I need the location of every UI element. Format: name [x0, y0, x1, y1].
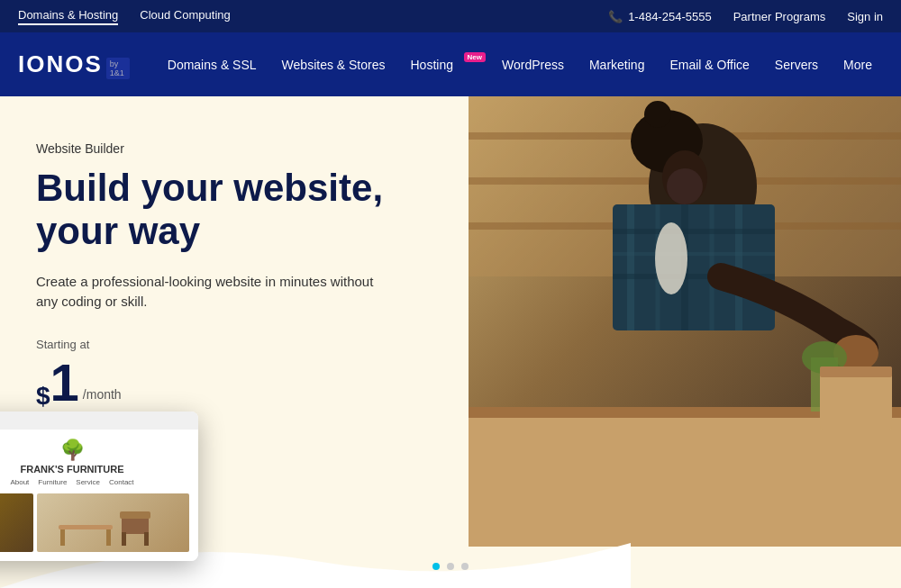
svg-rect-33	[106, 529, 111, 546]
top-nav-domains[interactable]: Domains & Hosting	[18, 8, 118, 25]
nav-hosting[interactable]: Hosting New	[400, 50, 487, 79]
mockup-images	[0, 493, 189, 552]
hero-starting-at: Starting at	[36, 338, 487, 351]
price-amount: 1	[50, 357, 79, 409]
svg-point-26	[667, 168, 703, 204]
top-bar: Domains & Hosting Cloud Computing 📞 1-48…	[0, 0, 901, 32]
mockup-nav-service: Service	[76, 478, 100, 486]
svg-point-17	[655, 222, 687, 294]
svg-rect-24	[820, 366, 892, 377]
mockup-nav-furniture: Furniture	[38, 478, 67, 486]
nav-websites-stores[interactable]: Websites & Stores	[271, 50, 396, 79]
phone-icon: 📞	[608, 10, 623, 23]
hosting-badge: New	[464, 52, 486, 62]
logo[interactable]: IONOS by 1&1	[18, 50, 130, 79]
sign-in-link[interactable]: Sign in	[847, 10, 883, 23]
mockup-store-name: FRANK'S FURNITURE	[0, 464, 189, 475]
top-bar-nav: Domains & Hosting Cloud Computing	[18, 8, 231, 25]
nav-servers[interactable]: Servers	[764, 50, 829, 79]
svg-rect-8	[613, 204, 775, 330]
dot-3[interactable]	[461, 563, 469, 570]
person-image	[469, 96, 901, 547]
top-nav-cloud[interactable]: Cloud Computing	[140, 8, 230, 25]
hero-photo	[469, 96, 901, 547]
nav-email-office[interactable]: Email & Office	[659, 50, 760, 79]
main-nav: IONOS by 1&1 Domains & SSL Websites & St…	[0, 32, 901, 96]
hero-price: $ 1 /month	[36, 357, 487, 409]
svg-rect-30	[120, 511, 150, 519]
nav-links: Domains & SSL Websites & Stores Hosting …	[157, 50, 883, 79]
mockup-nav: About Furniture Service Contact	[0, 478, 189, 486]
dot-indicators	[432, 563, 469, 570]
nav-marketing[interactable]: Marketing	[578, 50, 655, 79]
tree-icon: 🌳	[0, 439, 189, 462]
mockup-body: 🌳 FRANK'S FURNITURE About Furniture Serv…	[0, 430, 198, 561]
phone-wrap: 📞 1-484-254-5555	[608, 10, 712, 23]
hero-image-area	[469, 96, 901, 547]
hero-title: Build your website, your way	[36, 167, 487, 254]
nav-more[interactable]: More	[833, 50, 883, 79]
svg-rect-29	[144, 532, 149, 546]
mockup-nav-contact: Contact	[109, 478, 134, 486]
price-dollar: $	[36, 384, 50, 409]
top-bar-right: 📞 1-484-254-5555 Partner Programs Sign i…	[608, 10, 883, 23]
price-period: /month	[83, 387, 122, 402]
logo-text: IONOS	[18, 50, 103, 78]
mockup-nav-about: About	[10, 478, 29, 486]
logo-by: by 1&1	[106, 58, 130, 79]
website-mockup: 🌳 FRANK'S FURNITURE About Furniture Serv…	[0, 412, 198, 561]
nav-wordpress[interactable]: WordPress	[491, 50, 575, 79]
svg-rect-31	[59, 525, 113, 529]
dot-1[interactable]	[432, 563, 440, 570]
mockup-product-image-left	[0, 493, 33, 552]
partner-programs-link[interactable]: Partner Programs	[733, 10, 826, 23]
mockup-titlebar	[0, 412, 198, 430]
nav-domains-ssl[interactable]: Domains & SSL	[157, 50, 268, 79]
svg-point-7	[644, 101, 671, 128]
mockup-product-image-right	[37, 493, 189, 552]
dot-2[interactable]	[447, 563, 454, 570]
hero-section: Website Builder Build your website, your…	[0, 96, 901, 588]
hero-subtitle: Website Builder	[36, 141, 487, 156]
svg-rect-32	[60, 529, 65, 546]
phone-number: 1-484-254-5555	[628, 10, 712, 23]
svg-rect-28	[122, 532, 126, 546]
hero-description: Create a professional-looking website in…	[36, 272, 378, 312]
furniture-svg	[50, 498, 176, 547]
